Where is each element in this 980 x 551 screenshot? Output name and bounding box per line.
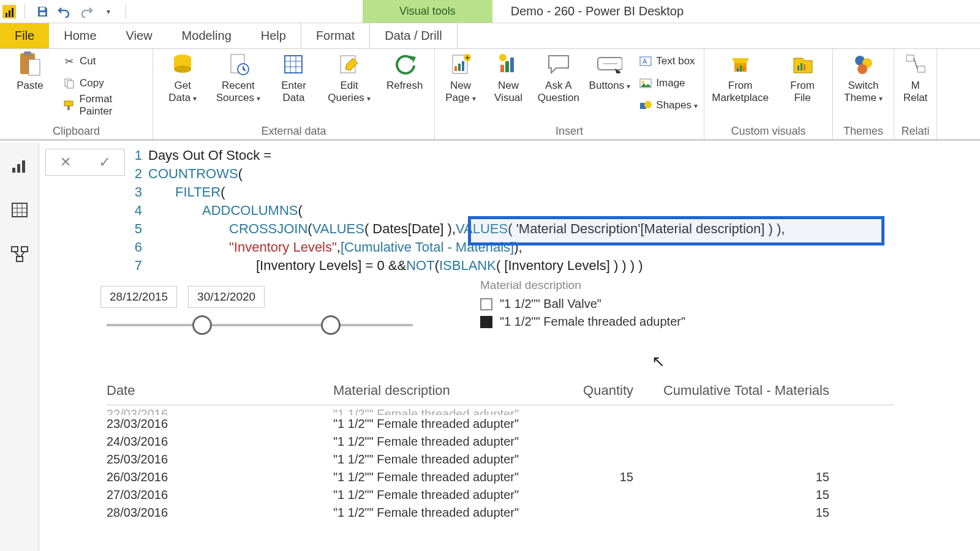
tab-format[interactable]: Format	[301, 23, 370, 48]
qat-dropdown-icon[interactable]: ▾	[100, 3, 117, 20]
date-slider-from-handle[interactable]	[192, 315, 212, 335]
svg-rect-14	[285, 56, 302, 73]
textbox-button[interactable]: AText box	[639, 51, 698, 71]
table-row[interactable]: 28/03/2016"1 1/2"" Female threaded adupt…	[107, 504, 894, 522]
recent-sources-icon	[225, 51, 251, 77]
model-view-icon[interactable]	[9, 243, 31, 265]
svg-rect-43	[804, 64, 805, 70]
mouse-cursor-icon: ↖	[652, 352, 665, 371]
svg-point-36	[644, 101, 652, 108]
ask-question-icon	[546, 51, 571, 77]
table-row[interactable]: 27/03/2016"1 1/2"" Female threaded adupt…	[107, 486, 894, 504]
svg-point-29	[499, 54, 507, 61]
undo-icon[interactable]	[56, 3, 73, 20]
svg-rect-21	[454, 66, 457, 71]
data-table[interactable]: Date Material description Quantity Cumul…	[107, 383, 894, 522]
cancel-formula-icon[interactable]: ✕	[60, 154, 71, 170]
switch-theme-button[interactable]: Switch Theme	[839, 51, 888, 103]
edit-queries-button[interactable]: Edit Queries	[326, 51, 373, 103]
svg-point-11	[174, 66, 191, 73]
marketplace-icon	[728, 51, 753, 77]
redo-icon[interactable]	[78, 3, 95, 20]
report-view-icon[interactable]	[9, 155, 31, 177]
group-insert-label: Insert	[441, 124, 698, 138]
svg-rect-6	[67, 81, 74, 88]
refresh-icon	[392, 51, 418, 77]
svg-rect-8	[67, 106, 70, 110]
date-slicer[interactable]: 28/12/2015 30/12/2020	[100, 286, 413, 326]
recent-sources-button[interactable]: Recent Sources	[215, 51, 262, 103]
cut-button[interactable]: ✂Cut	[62, 51, 146, 71]
buttons-button[interactable]: Buttons	[589, 51, 631, 92]
enter-data-icon	[281, 51, 306, 77]
col-cum[interactable]: Cumulative Total - Materials	[639, 383, 835, 399]
date-to-input[interactable]: 30/12/2020	[188, 286, 265, 308]
from-file-button[interactable]: From File	[778, 51, 826, 103]
get-data-icon	[170, 51, 195, 77]
checkbox-icon[interactable]	[480, 298, 492, 310]
new-visual-button[interactable]: New Visual	[489, 51, 528, 103]
material-option-1[interactable]: "1 1/2"" Ball Valve"	[480, 297, 685, 311]
col-date[interactable]: Date	[107, 383, 333, 399]
table-row[interactable]: 23/03/2016"1 1/2"" Female threaded adupt…	[107, 415, 894, 433]
view-rail	[0, 143, 39, 551]
svg-rect-40	[743, 67, 745, 72]
from-marketplace-button[interactable]: From Marketplace	[710, 51, 770, 103]
svg-rect-26	[500, 65, 504, 72]
svg-rect-38	[737, 68, 739, 72]
svg-line-61	[15, 252, 19, 257]
shapes-button[interactable]: Shapes	[639, 96, 698, 115]
tab-view[interactable]: View	[111, 23, 167, 48]
app-icon	[2, 5, 16, 18]
edit-queries-icon	[336, 51, 362, 77]
material-option-2[interactable]: "1 1/2"" Female threaded adupter"	[480, 315, 685, 329]
svg-text:A: A	[643, 58, 647, 65]
svg-rect-51	[17, 164, 20, 173]
format-painter-button[interactable]: Format Painter	[62, 96, 146, 115]
image-button[interactable]: Image	[639, 73, 698, 93]
report-canvas[interactable]: 28/12/2015 30/12/2020 Material descripti…	[39, 279, 980, 551]
svg-rect-58	[12, 247, 18, 252]
table-row[interactable]: 26/03/2016"1 1/2"" Female threaded adupt…	[107, 468, 894, 486]
copy-button[interactable]: Copy	[62, 73, 146, 93]
material-slicer[interactable]: Material description "1 1/2"" Ball Valve…	[480, 279, 685, 332]
tab-file[interactable]: File	[0, 23, 49, 48]
new-page-button[interactable]: ✦New Page	[441, 51, 480, 103]
manage-relationships-button[interactable]: M Relat	[900, 51, 930, 103]
refresh-button[interactable]: Refresh	[381, 51, 428, 92]
from-file-icon	[790, 51, 815, 77]
data-view-icon[interactable]	[9, 199, 31, 221]
new-visual-icon	[496, 51, 521, 77]
paste-button[interactable]: Paste	[6, 51, 54, 92]
date-from-input[interactable]: 28/12/2015	[100, 286, 177, 308]
svg-rect-22	[458, 64, 461, 71]
save-icon[interactable]	[34, 3, 51, 20]
enter-data-button[interactable]: Enter Data	[270, 51, 317, 103]
svg-rect-1	[40, 12, 45, 15]
group-custom-label: Custom visuals	[710, 124, 826, 138]
svg-line-62	[21, 252, 24, 257]
tab-modeling[interactable]: Modeling	[167, 23, 246, 48]
date-slider-to-handle[interactable]	[321, 315, 341, 335]
buttons-icon	[597, 51, 622, 77]
checkbox-checked-icon[interactable]	[480, 316, 492, 328]
svg-rect-27	[505, 61, 509, 72]
col-qty[interactable]: Quantity	[566, 383, 639, 399]
ask-question-button[interactable]: Ask A Question	[537, 51, 580, 103]
table-row[interactable]: 22/03/2016"1 1/2"" Female threaded adupt…	[107, 405, 894, 415]
tab-help[interactable]: Help	[246, 23, 301, 48]
title-bar: ▾ Visual tools Demo - 260 - Power BI Des…	[0, 0, 980, 23]
image-icon	[639, 77, 652, 90]
commit-formula-icon[interactable]: ✓	[99, 154, 111, 171]
get-data-button[interactable]: Get Data	[159, 51, 206, 103]
tab-datadrill[interactable]: Data / Drill	[370, 23, 457, 48]
svg-rect-52	[22, 160, 25, 173]
date-slider-track[interactable]	[107, 324, 413, 326]
ribbon-tabs: File Home View Modeling Help Format Data…	[0, 23, 980, 49]
table-row[interactable]: 24/03/2016"1 1/2"" Female threaded adupt…	[107, 433, 894, 451]
col-desc[interactable]: Material description	[333, 383, 566, 399]
tab-home[interactable]: Home	[49, 23, 111, 48]
table-row[interactable]: 25/03/2016"1 1/2"" Female threaded adupt…	[107, 451, 894, 468]
dax-editor[interactable]: 1Days Out Of Stock = 2COUNTROWS( 3FILTER…	[131, 146, 976, 275]
relationships-icon	[903, 51, 929, 77]
